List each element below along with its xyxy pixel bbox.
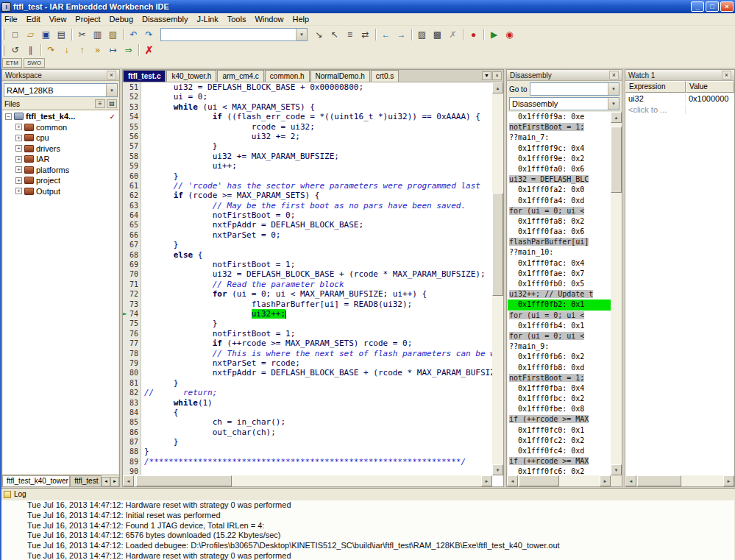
disasm-row[interactable]: 0x1fff0fa2: 0x0 — [508, 185, 611, 195]
expand-icon[interactable]: + — [15, 124, 22, 130]
gutter-line[interactable]: 72 — [123, 289, 141, 299]
disasm-row[interactable]: 0x1fff0fc2: 0x2 — [508, 436, 611, 446]
toggle-breakpoint-button[interactable]: ● — [466, 27, 481, 41]
code-line[interactable]: ui32 += 2; — [144, 132, 492, 141]
code-line[interactable]: } — [144, 437, 492, 447]
disasm-row[interactable]: 0x1fff0fb0: 0x5 — [508, 279, 611, 289]
redo-button[interactable]: ↷ — [141, 27, 157, 41]
disassembly-mode-select[interactable]: Disassembly ▼ — [509, 97, 619, 110]
code-line[interactable]: // Read the parameter block — [144, 280, 492, 289]
disasm-row[interactable]: 0x1fff0fbe: 0x8 — [508, 404, 611, 414]
disasm-row[interactable]: 0x1fff0fac: 0x4 — [508, 258, 611, 269]
cut-button[interactable]: ✂ — [74, 27, 90, 41]
expand-icon[interactable]: + — [15, 166, 22, 173]
editor-horizontal-scrollbar[interactable]: ◄ ► — [123, 475, 492, 486]
gutter-line[interactable]: 88 — [123, 447, 141, 456]
expand-icon[interactable]: + — [15, 135, 22, 141]
editor-vertical-scrollbar[interactable]: ▲ ▼ — [492, 82, 503, 475]
files-columns-icon[interactable]: ▤ — [107, 99, 117, 108]
code-line[interactable]: } — [144, 378, 492, 388]
scroll-up-icon[interactable]: ▲ — [611, 112, 622, 123]
print-button[interactable]: ▤ — [54, 27, 69, 41]
disassembly-title-bar[interactable]: Disassembly × — [507, 70, 622, 81]
gutter-line[interactable]: 75 — [123, 319, 141, 328]
disasm-row[interactable]: 0x1fff0fa4: 0xd — [508, 196, 611, 206]
step-into-button[interactable]: ↓ — [59, 43, 74, 57]
disasm-row[interactable]: 0x1fff0fa0: 0x6 — [508, 164, 611, 174]
gutter-line[interactable]: 53 — [123, 102, 141, 112]
debug-without-downloading-button[interactable]: ◉ — [502, 27, 517, 41]
menu-item-tools[interactable]: Tools — [223, 14, 251, 24]
scroll-left-icon[interactable]: ◄ — [123, 475, 134, 486]
toolbar-drag-handle[interactable] — [2, 45, 4, 56]
find-previous-button[interactable]: ↖ — [327, 27, 342, 41]
gutter-line[interactable]: 68 — [123, 250, 141, 260]
break-button[interactable]: ∥ — [23, 43, 38, 57]
tab-normaldemo-h[interactable]: NormalDemo.h — [310, 70, 370, 82]
scrollbar-thumb[interactable] — [611, 127, 622, 193]
gutter-line[interactable]: 52 — [123, 92, 141, 102]
tree-item-iar[interactable]: +IAR — [3, 154, 118, 165]
watch-expression-cell[interactable]: <click to ... — [625, 105, 686, 114]
scroll-right-icon[interactable]: ► — [481, 475, 492, 486]
disasm-row[interactable]: 0x1fff0f9a: 0xe — [508, 112, 611, 122]
maximize-button[interactable]: □ — [706, 1, 719, 12]
tab-common-h[interactable]: common.h — [265, 70, 310, 82]
disasm-row[interactable]: for (ui = 0; ui < — [508, 206, 611, 216]
expand-icon[interactable]: + — [15, 177, 22, 184]
code-area[interactable]: ui32 = DEFLASH_BLOCK_BASE + 0x00000800; … — [141, 82, 492, 475]
watch-row[interactable]: ui320x1000000 — [625, 93, 734, 104]
menu-item-help[interactable]: Help — [288, 14, 314, 24]
disasm-row[interactable]: 0x1fff0fba: 0x4 — [508, 383, 611, 394]
code-line[interactable]: // 'rcode' has the sector where paramete… — [144, 181, 492, 191]
search-combobox[interactable]: ▼ — [160, 28, 308, 41]
close-document-icon[interactable]: × — [492, 71, 502, 80]
title-bar[interactable]: I ftfl_test - IAR Embedded Workbench IDE… — [0, 0, 735, 13]
disasm-row[interactable]: 0x1fff0fc6: 0x2 — [508, 467, 611, 475]
code-line[interactable]: ui32++; — [144, 309, 492, 319]
gutter-line[interactable]: 80 — [123, 368, 141, 378]
next-statement-button[interactable]: » — [90, 43, 105, 57]
watch-value-cell[interactable]: 0x1000000 — [686, 94, 734, 103]
disasm-row[interactable]: 0x1fff0fa8: 0x2 — [508, 216, 611, 227]
scroll-right-icon[interactable]: ► — [600, 475, 611, 486]
menu-item-project[interactable]: Project — [71, 14, 104, 24]
tree-item-output[interactable]: +Output — [3, 186, 118, 197]
code-line[interactable]: if (++rcode >= MAX_PARAM_SETS) rcode = 0… — [144, 339, 492, 348]
code-line[interactable]: notFirstBoot = 1; — [144, 260, 492, 269]
disasm-row[interactable]: 0x1fff0fc0: 0x1 — [508, 425, 611, 436]
code-line[interactable]: ui32 += MAX_PARAM_BUFSIZE; — [144, 152, 492, 161]
gutter-line[interactable]: 67 — [123, 240, 141, 249]
gutter-line[interactable]: 61 — [123, 181, 141, 191]
gutter-line[interactable]: 63 — [123, 201, 141, 210]
files-list-icon[interactable]: ≡ — [95, 99, 105, 108]
gutter-line[interactable]: 57 — [123, 141, 141, 151]
close-button[interactable]: × — [720, 1, 734, 12]
gutter-line[interactable]: 73 — [123, 300, 141, 309]
replace-button[interactable]: ⇄ — [358, 27, 373, 41]
code-line[interactable]: if ((flash_err_code = *((uint16_t *)ui32… — [144, 112, 492, 121]
disasm-row[interactable]: ui32 = DEFLASH_BLC — [508, 174, 611, 185]
scroll-right-icon[interactable]: ► — [110, 477, 119, 486]
scroll-left-icon[interactable]: ◄ — [625, 475, 636, 486]
gutter-line[interactable]: 59 — [123, 161, 141, 171]
tab-arm-cm4-c[interactable]: arm_cm4.c — [217, 70, 263, 82]
watch-row[interactable]: <click to ... — [625, 104, 734, 115]
undo-button[interactable]: ↶ — [126, 27, 141, 41]
chevron-down-icon[interactable]: ▼ — [608, 83, 619, 95]
copy-button[interactable]: ▥ — [90, 27, 105, 41]
menu-item-debug[interactable]: Debug — [105, 14, 138, 24]
code-line[interactable]: } — [144, 171, 492, 181]
code-line[interactable]: } — [144, 447, 492, 456]
tree-item-platforms[interactable]: +platforms — [3, 165, 118, 176]
disasm-row[interactable]: for (ui = 0; ui < — [508, 311, 611, 321]
gutter-line[interactable]: 83 — [123, 398, 141, 408]
code-line[interactable]: nxtParSet = 0; — [144, 230, 492, 240]
workspace-tab-ftfl-test-k40-tower[interactable]: ftfl_test_k40_tower — [2, 475, 70, 486]
gutter-line[interactable]: 84 — [123, 408, 141, 417]
gutter-line[interactable]: 60 — [123, 171, 141, 181]
chevron-down-icon[interactable]: ▼ — [608, 98, 619, 110]
scroll-right-icon[interactable]: ► — [723, 475, 734, 486]
expand-icon[interactable]: + — [15, 145, 22, 152]
gutter-line[interactable]: 56 — [123, 132, 141, 141]
